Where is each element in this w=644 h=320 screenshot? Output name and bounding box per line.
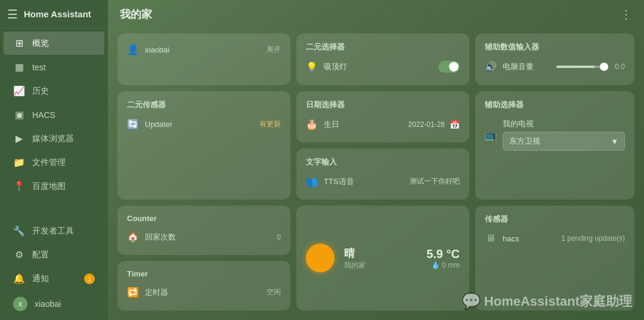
sidebar-item-media[interactable]: ▶ 媒体浏览器 — [4, 127, 104, 150]
binary-sensor-title: 二元传感器 — [127, 100, 281, 110]
sidebar-item-label: 通知 — [32, 274, 49, 284]
sidebar-item-notifications[interactable]: 🔔 通知 1 — [4, 267, 104, 290]
sensor-value: 1 pending update(s) — [561, 234, 625, 243]
sensor-row: 🖥 hacs 1 pending update(s) — [485, 231, 625, 246]
map-icon: 📍 — [13, 181, 25, 192]
wrench-icon: 🔧 — [13, 225, 25, 237]
slider-thumb[interactable] — [600, 63, 608, 71]
calendar-icon[interactable]: 📅 — [450, 120, 460, 129]
bell-icon: 🔔 — [13, 273, 25, 284]
sidebar-item-config[interactable]: ⚙ 配置 — [4, 243, 104, 266]
person-card: 👤 xiaobai 离开 — [117, 33, 290, 85]
aux-select-title: 辅助选择器 — [485, 100, 625, 110]
timer-title: Timer — [127, 269, 281, 278]
person-name: xiaobai — [145, 45, 261, 54]
sidebar-item-history[interactable]: 📈 历史 — [4, 79, 104, 102]
page-title: 我的家 — [120, 7, 152, 21]
timer-row: 🔁 定时器 空闲 — [127, 284, 281, 300]
sidebar-item-hacs[interactable]: ▣ HACS — [4, 103, 104, 126]
date-picker-row: 🎂 生日 2022-01-28 📅 — [306, 116, 460, 132]
text-input-row: 👥 TTS语音 测试一下你好吧 — [306, 173, 460, 189]
sidebar: ☰ Home Assistant ⊞ 概览 ▦ test 📈 历史 ▣ HACS… — [0, 0, 108, 320]
sidebar-item-files[interactable]: 📁 文件管理 — [4, 151, 104, 174]
text-input-card: 文字输入 👥 TTS语音 测试一下你好吧 — [296, 148, 469, 200]
sensor-label: hacs — [503, 234, 555, 243]
date-value: 2022-01-28 — [408, 120, 445, 129]
sensor-title: 传感器 — [485, 214, 625, 225]
tts-value[interactable]: 测试一下你好吧 — [395, 176, 460, 187]
updater-icon: 🔄 — [127, 119, 139, 130]
timer-card: Timer 🔁 定时器 空闲 — [117, 261, 290, 310]
weather-info: 晴 我的家 — [344, 246, 417, 271]
light-icon: 💡 — [306, 61, 318, 73]
binary-sensor-row: 🔄 Updater 有更新 — [127, 116, 281, 132]
counter-label: 回家次数 — [145, 232, 271, 243]
notification-badge: 1 — [84, 274, 95, 284]
gear-icon: ⚙ — [13, 249, 25, 260]
tts-label: TTS语音 — [324, 176, 389, 187]
sidebar-item-devtools[interactable]: 🔧 开发者工具 — [4, 219, 104, 243]
slider-track — [556, 66, 604, 68]
date-value-row: 2022-01-28 📅 — [408, 120, 460, 129]
birthday-icon: 🎂 — [306, 119, 318, 130]
weather-temperature: 5.9 °C — [426, 247, 460, 261]
aux-number-card: 辅助数值输入器 🔊 电脑音量 0.0 — [475, 33, 634, 85]
tv-dropdown[interactable]: 东方卫视 ▼ — [503, 132, 625, 151]
slider-fill — [556, 66, 595, 68]
sensor-icon: 🖥 — [485, 233, 497, 244]
tv-group: 我的电视 东方卫视 ▼ — [503, 119, 625, 151]
volume-slider[interactable] — [556, 66, 604, 68]
weather-temp-group: 5.9 °C 💧 0 mm — [426, 247, 460, 269]
watermark: 💬 HomeAssistant家庭助理 — [462, 292, 632, 310]
tv-label: 我的电视 — [503, 119, 625, 129]
header-menu-icon[interactable]: ⋮ — [620, 7, 632, 21]
timer-icon: 🔁 — [127, 287, 139, 298]
aux-number-row: 🔊 电脑音量 0.0 — [485, 58, 625, 74]
counter-value: 0 — [277, 233, 281, 241]
history-icon: 📈 — [13, 85, 25, 97]
menu-icon[interactable]: ☰ — [7, 7, 18, 21]
cards-container: 👤 xiaobai 离开 二元传感器 🔄 Updater 有更新 Counter… — [108, 29, 644, 320]
person-status: 离开 — [267, 45, 281, 55]
sidebar-item-baidu[interactable]: 📍 百度地图 — [4, 175, 104, 198]
sidebar-bottom: 🔧 开发者工具 ⚙ 配置 🔔 通知 1 x xiaobai — [0, 216, 108, 320]
files-icon: 📁 — [13, 157, 25, 168]
dropdown-arrow: ▼ — [611, 137, 618, 146]
sidebar-item-label: 百度地图 — [32, 181, 66, 192]
avatar: x — [13, 297, 27, 311]
home-icon: 🏠 — [127, 231, 139, 243]
binary-select-card: 二元选择器 💡 吸顶灯 — [296, 33, 469, 85]
sidebar-item-user[interactable]: x xiaobai — [4, 291, 104, 317]
sidebar-item-label: 文件管理 — [32, 157, 66, 168]
binary-select-row: 💡 吸顶灯 — [306, 58, 460, 75]
weather-location: 我的家 — [344, 260, 417, 271]
watermark-text: HomeAssistant家庭助理 — [484, 293, 632, 310]
volume-icon: 🔊 — [485, 61, 497, 72]
update-status: 有更新 — [259, 119, 281, 129]
sidebar-item-overview[interactable]: ⊞ 概览 — [4, 32, 104, 55]
sidebar-item-test[interactable]: ▦ test — [4, 55, 104, 79]
precip-icon: 💧 — [431, 261, 440, 269]
precip-value: 0 mm — [442, 261, 460, 269]
counter-title: Counter — [127, 214, 281, 223]
media-icon: ▶ — [13, 133, 25, 144]
sidebar-item-label: 媒体浏览器 — [32, 133, 74, 144]
toggle-switch[interactable] — [438, 61, 460, 73]
sidebar-item-label: 开发者工具 — [32, 226, 74, 237]
sidebar-item-label: test — [32, 63, 46, 72]
tts-icon: 👥 — [306, 176, 318, 187]
weather-card: 晴 我的家 5.9 °C 💧 0 mm — [296, 206, 469, 310]
volume-value: 0.0 — [615, 63, 625, 71]
timer-label: 定时器 — [145, 287, 261, 298]
tv-selected-value: 东方卫视 — [509, 136, 540, 147]
person-icon: 👤 — [127, 44, 139, 55]
aux-select-row: 📺 我的电视 东方卫视 ▼ — [485, 116, 625, 153]
volume-label: 电脑音量 — [503, 61, 550, 72]
main-header: 我的家 ⋮ — [108, 0, 644, 29]
binary-sensor-card: 二元传感器 🔄 Updater 有更新 — [117, 91, 290, 200]
counter-row: 🏠 回家次数 0 — [127, 229, 281, 245]
tv-icon: 📺 — [485, 129, 497, 141]
sidebar-item-label: HACS — [32, 110, 55, 120]
light-label: 吸顶灯 — [324, 61, 432, 72]
date-picker-card: 日期选择器 🎂 生日 2022-01-28 📅 — [296, 91, 469, 142]
